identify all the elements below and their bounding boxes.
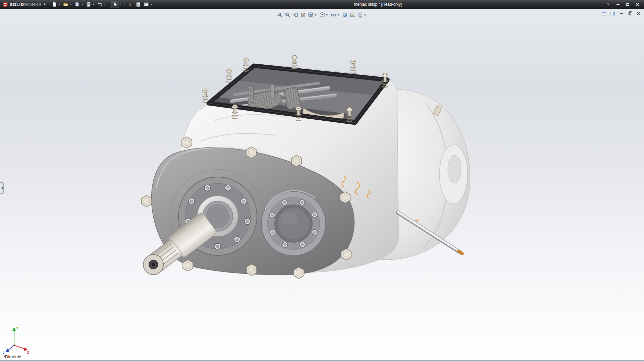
apply-scene-button[interactable] — [349, 11, 357, 18]
apply-scene-icon — [350, 12, 356, 18]
view-settings-dropdown[interactable] — [364, 14, 366, 16]
document-restore-icon — [629, 12, 631, 15]
document-minimize-button[interactable] — [618, 11, 624, 16]
file-properties-icon — [136, 2, 141, 7]
titlebar: SOLIDWORKS — [0, 0, 644, 9]
open-button[interactable] — [62, 1, 70, 8]
save-button[interactable] — [73, 1, 81, 8]
previous-view-button[interactable] — [291, 11, 299, 18]
status-strip — [0, 360, 644, 362]
undo-dropdown[interactable] — [104, 4, 106, 5]
pane-split-icon — [610, 11, 615, 16]
rebuild-button[interactable] — [126, 1, 134, 8]
view-orientation-button[interactable] — [307, 11, 315, 18]
previous-view-icon — [292, 12, 298, 18]
section-view-button[interactable] — [299, 11, 307, 18]
view-settings-button[interactable] — [357, 11, 364, 18]
document-title: menjac sklop * [Read-only] — [154, 2, 602, 7]
heads-up-view-toolbar — [276, 11, 368, 18]
dassault-systemes-logo — [2, 2, 8, 7]
new-document-dropdown[interactable] — [58, 4, 60, 5]
edit-appearance-sphere-icon — [342, 12, 348, 18]
triad-y-label: Y — [16, 326, 18, 330]
hide-show-glasses-icon — [331, 12, 336, 18]
zoom-to-fit-button[interactable] — [276, 11, 284, 18]
hide-show-items-button[interactable] — [330, 11, 337, 18]
display-style-dropdown[interactable] — [326, 14, 328, 16]
3d-model-gearbox[interactable] — [0, 9, 644, 362]
document-restore-button[interactable] — [627, 11, 633, 16]
document-close-button[interactable] — [636, 11, 642, 16]
hide-show-items-dropdown[interactable] — [337, 14, 339, 16]
task-pane-icon-1[interactable] — [601, 11, 607, 16]
file-properties-button[interactable] — [134, 1, 142, 8]
save-dropdown[interactable] — [81, 4, 83, 5]
document-minimize-icon — [620, 13, 623, 14]
new-document-icon — [52, 2, 57, 7]
select-cursor-icon — [112, 2, 118, 7]
collapse-arrow-icon — [1, 187, 3, 189]
help-button[interactable]: ? — [605, 2, 611, 7]
save-icon — [74, 2, 80, 7]
zoom-to-area-button[interactable] — [284, 11, 291, 18]
maximize-icon — [626, 3, 629, 6]
close-button[interactable] — [635, 2, 640, 7]
zoom-to-area-icon — [285, 12, 290, 18]
task-pane-icon-2[interactable] — [609, 11, 615, 16]
window-controls: ? — [602, 2, 644, 7]
view-orientation-label: *Dimetric — [3, 354, 21, 359]
menu-expand-icon[interactable] — [44, 3, 46, 6]
toolbar-separator — [124, 1, 124, 7]
model-cover-flange[interactable] — [261, 191, 326, 256]
reference-triad: Y X Z — [2, 325, 32, 355]
rebuild-stoplight-icon — [127, 2, 133, 7]
new-document-button[interactable] — [50, 1, 58, 8]
close-icon — [636, 3, 639, 6]
zoom-to-fit-icon — [277, 12, 283, 18]
triad-x-label: X — [27, 351, 29, 355]
solidworks-window: SOLIDWORKS — [0, 0, 644, 362]
document-close-icon — [637, 12, 640, 15]
view-orientation-dropdown[interactable] — [315, 14, 317, 16]
graphics-area[interactable]: Y X Z *Dimetric — [0, 9, 644, 362]
undo-icon — [97, 2, 103, 7]
edit-appearance-button[interactable] — [341, 11, 349, 18]
open-folder-icon — [63, 2, 68, 7]
view-settings-shadow-icon — [358, 12, 363, 18]
app-brand: SOLIDWORKS — [10, 2, 42, 7]
collapsed-pane-tab[interactable] — [0, 182, 4, 194]
select-dropdown[interactable] — [119, 4, 121, 5]
minimize-icon — [616, 4, 620, 5]
section-view-icon — [300, 12, 306, 18]
maximize-button[interactable] — [625, 2, 630, 7]
standard-toolbar — [49, 1, 154, 8]
toolbar-separator — [109, 1, 109, 7]
minimize-button[interactable] — [615, 2, 621, 7]
select-button[interactable] — [111, 1, 119, 8]
undo-button[interactable] — [96, 1, 104, 8]
options-button[interactable] — [142, 1, 150, 8]
print-icon — [86, 2, 91, 7]
print-button[interactable] — [85, 1, 93, 8]
open-dropdown[interactable] — [70, 4, 72, 5]
options-dropdown[interactable] — [150, 4, 152, 5]
display-style-button[interactable] — [318, 11, 326, 18]
pane-window-icon — [601, 11, 606, 16]
solidworks-menu[interactable]: SOLIDWORKS — [0, 2, 49, 7]
document-window-controls — [601, 11, 642, 16]
view-orientation-cube-icon — [308, 12, 314, 18]
print-dropdown[interactable] — [93, 4, 95, 5]
options-sheet-icon — [144, 2, 149, 7]
display-style-cube-icon — [319, 12, 325, 18]
